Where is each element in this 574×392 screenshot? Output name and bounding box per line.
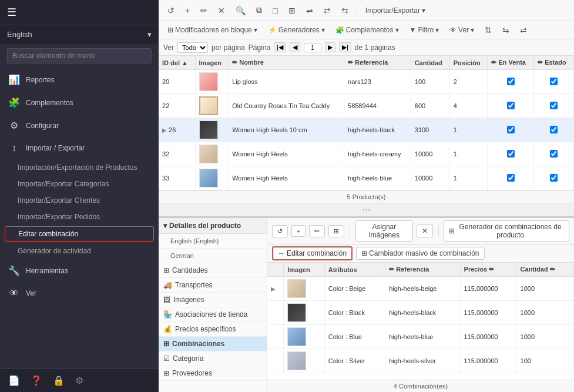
search-button[interactable]: 🔍: [231, 4, 250, 18]
generadores-button[interactable]: ⚡ Generadores ▾: [264, 24, 329, 36]
last-page-button[interactable]: ▶|: [339, 42, 351, 52]
en-venta-checkbox[interactable]: [507, 174, 515, 182]
sort1-button[interactable]: ⇅: [481, 23, 496, 37]
complementos-button[interactable]: 🧩 Complementos ▾: [331, 24, 403, 36]
sidebar-item-herramientas[interactable]: 🔧 Herramientas: [0, 259, 159, 282]
search-input[interactable]: [7, 48, 152, 63]
sort3-button[interactable]: ⇄: [516, 23, 531, 37]
cell-en-venta[interactable]: [488, 166, 534, 190]
transfer3-button[interactable]: ⇆: [337, 4, 353, 18]
col-precio[interactable]: Precios ✏: [460, 263, 516, 277]
add-button[interactable]: +: [181, 4, 194, 18]
expand-dots[interactable]: ···: [159, 203, 574, 216]
detail-asociaciones[interactable]: 🏪 Asociaciones de tienda: [159, 307, 267, 322]
estado-checkbox[interactable]: [550, 174, 558, 182]
estado-checkbox[interactable]: [550, 102, 558, 109]
transfer2-button[interactable]: ⇄: [320, 4, 335, 18]
detail-transportes[interactable]: 🚚 Transportes: [159, 278, 267, 293]
editar-combinacion-button[interactable]: ↔ Editar combinación: [272, 246, 353, 260]
table-row[interactable]: 22 Old Country Roses Tin Tea Caddy 58589…: [159, 94, 574, 118]
edit-button[interactable]: ✏: [196, 4, 212, 18]
combo-row[interactable]: ▶ Color : Beige high-heels-beige 115.000…: [267, 277, 574, 301]
grid-button[interactable]: ⊞: [284, 4, 300, 18]
cell-estado[interactable]: [534, 142, 574, 166]
en-venta-checkbox[interactable]: [507, 150, 515, 158]
first-page-button[interactable]: |◀: [274, 42, 286, 52]
en-venta-checkbox[interactable]: [507, 78, 515, 85]
cell-en-venta[interactable]: [488, 94, 534, 118]
transfer-button[interactable]: ⇌: [302, 4, 317, 18]
detail-categoria[interactable]: ☑ Categoría: [159, 351, 267, 366]
detail-precios[interactable]: 💰 Precios específicos: [159, 322, 267, 337]
sidebar-subitem-gen-actividad[interactable]: Generador de actividad: [0, 243, 159, 259]
col-estado[interactable]: ✏ Estado: [534, 56, 574, 70]
next-page-button[interactable]: ▶: [325, 42, 335, 52]
table-row[interactable]: 33 Women High Heels high-heels-blue 1000…: [159, 166, 574, 190]
combo-grid-button[interactable]: ⊞: [328, 225, 344, 237]
asignar-close-button[interactable]: ✕: [417, 225, 433, 237]
en-venta-checkbox[interactable]: [507, 102, 515, 109]
detail-proveedores[interactable]: ⊞ Proveedores: [159, 366, 267, 381]
modificadores-button[interactable]: ⊞ Modificadores en bloque ▾: [163, 24, 261, 36]
sidebar-item-complementos[interactable]: 🧩 Complementos: [0, 91, 159, 114]
cell-en-venta[interactable]: [488, 70, 534, 94]
sort2-button[interactable]: ⇆: [498, 23, 513, 37]
estado-checkbox[interactable]: [550, 78, 558, 85]
window-button[interactable]: □: [268, 4, 281, 18]
sidebar-subitem-editar-combo[interactable]: Editar combinación: [5, 226, 154, 242]
filtro-button[interactable]: ▼ Filtro ▾: [405, 24, 444, 36]
sidebar-subitem-imp-pedidos[interactable]: Importar/Exportar Pedidos: [0, 209, 159, 225]
per-page-select[interactable]: Todo 20 50: [177, 42, 208, 53]
col-nombre[interactable]: ✏ Nombre: [229, 56, 344, 70]
sidebar-language[interactable]: English ▾: [0, 25, 159, 43]
refresh-button[interactable]: ↺: [163, 4, 179, 18]
combo-row[interactable]: Color : Blue high-heels-blue 115.000000 …: [267, 325, 574, 349]
cambiador-masivo-button[interactable]: ⊞ Cambiador masivo de combinación: [356, 247, 484, 260]
combo-edit-button[interactable]: ✏: [309, 225, 325, 237]
combo-add-button[interactable]: +: [291, 225, 306, 237]
cell-estado[interactable]: [534, 118, 574, 142]
page-number-input[interactable]: [304, 43, 321, 52]
detail-lang-english[interactable]: English (English): [159, 234, 267, 249]
sidebar-subitem-imp-productos[interactable]: Importación/Exportación de Productos: [0, 159, 159, 176]
combo-row[interactable]: Color : Silver high-heels-silver 115.000…: [267, 349, 574, 373]
sidebar-subitem-imp-categorias[interactable]: Importar/Exportar Categorías: [0, 176, 159, 192]
combo-refresh-button[interactable]: ↺: [272, 225, 288, 237]
cell-estado[interactable]: [534, 166, 574, 190]
copy-button[interactable]: ⧉: [252, 3, 266, 18]
detail-imagenes[interactable]: 🖼 Imágenes: [159, 293, 267, 307]
table-row[interactable]: ▶ 26 Women High Heels 10 cm high-heels-b…: [159, 118, 574, 142]
hamburger-icon[interactable]: ☰: [7, 6, 16, 19]
sidebar-item-configurar[interactable]: ⚙ Configurar: [0, 114, 159, 137]
detail-lang-german[interactable]: German: [159, 249, 267, 263]
importar-exportar-button[interactable]: Importar/Exportar ▾: [361, 4, 429, 17]
doc-icon[interactable]: 📄: [8, 375, 20, 386]
asignar-imagenes-button[interactable]: Asignar imágenes: [355, 220, 412, 242]
delete-button[interactable]: ✕: [214, 4, 229, 18]
cell-en-venta[interactable]: [488, 142, 534, 166]
col-ref[interactable]: ✏ Referencia: [385, 263, 460, 277]
col-posicion[interactable]: Posición: [449, 56, 488, 70]
sidebar-item-reportes[interactable]: 📊 Reportes: [0, 68, 159, 91]
table-row[interactable]: 20 Lip gloss nars123 100 2: [159, 70, 574, 94]
estado-checkbox[interactable]: [550, 126, 558, 133]
estado-checkbox[interactable]: [550, 150, 558, 158]
sidebar-subitem-imp-clientes[interactable]: Importar/Exportar Clientes: [0, 192, 159, 209]
sidebar-item-importar[interactable]: ↕ Importar / Exportar: [0, 137, 159, 159]
ver-button[interactable]: 👁 Ver ▾: [445, 24, 478, 36]
col-atributos[interactable]: Atributos: [324, 263, 385, 277]
detail-combinaciones[interactable]: ⊞ Combinaciones: [159, 337, 267, 351]
settings-icon[interactable]: ⚙: [75, 375, 83, 386]
combo-row[interactable]: Color : Black high-heels-black 115.00000…: [267, 301, 574, 325]
col-referencia[interactable]: ✏ Referencia: [344, 56, 411, 70]
col-cantidad-combo[interactable]: Cantidad ✏: [516, 263, 573, 277]
col-id[interactable]: ID del ▲: [159, 56, 195, 70]
col-en-venta[interactable]: ✏ En Venta: [488, 56, 534, 70]
en-venta-checkbox[interactable]: [507, 126, 515, 133]
cell-estado[interactable]: [534, 70, 574, 94]
generator-button[interactable]: ⊞ Generador de combinaciones de producto: [444, 220, 569, 242]
prev-page-button[interactable]: ◀: [290, 42, 300, 52]
col-cantidad[interactable]: Cantidad: [411, 56, 449, 70]
sidebar-item-ver[interactable]: 👁 Ver: [0, 282, 159, 304]
cell-estado[interactable]: [534, 94, 574, 118]
